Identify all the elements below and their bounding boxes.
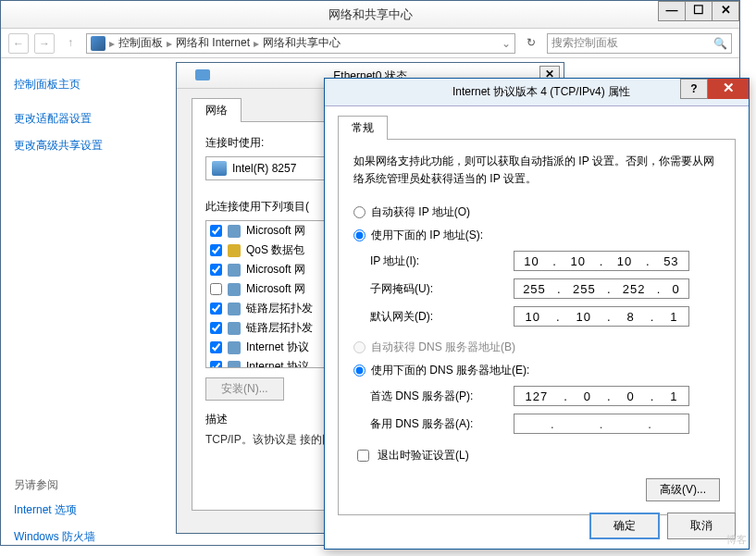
search-input[interactable]: 搜索控制面板 🔍 [547, 33, 732, 54]
tab-network[interactable]: 网络 [192, 98, 242, 122]
breadcrumb[interactable]: ▸ 控制面板 ▸ 网络和 Internet ▸ 网络和共享中心 ⌄ [86, 33, 515, 54]
ip-close-button[interactable]: ✕ [708, 79, 749, 99]
dns2-input[interactable]: . . . [514, 414, 689, 434]
radio-auto-dns: 自动获得 DNS 服务器地址(B) [353, 340, 720, 355]
main-titlebar: 网络和共享中心 — ☐ ✕ [1, 1, 739, 29]
dns1-label: 首选 DNS 服务器(P): [370, 389, 514, 404]
close-button[interactable]: ✕ [712, 1, 739, 21]
tab-general[interactable]: 常规 [338, 116, 388, 140]
protocol-icon [228, 341, 241, 354]
ip-address-input[interactable]: 10. 10. 10. 53 [514, 251, 689, 271]
protocol-icon [228, 225, 241, 238]
network-adapter-icon [195, 68, 210, 82]
sidebar-link-adapter[interactable]: 更改适配器设置 [14, 111, 145, 127]
subnet-mask-input[interactable]: 255.255.252. 0 [514, 278, 689, 299]
nav-back-icon[interactable]: ← [8, 33, 29, 54]
gateway-label: 默认网关(D): [370, 309, 514, 325]
sidebar-see-also-label: 另请参阅 [14, 477, 145, 493]
sidebar-link-sharing[interactable]: 更改高级共享设置 [14, 138, 145, 154]
ip-address-label: IP 地址(I): [370, 253, 514, 269]
sidebar-link-firewall[interactable]: Windows 防火墙 [14, 529, 145, 545]
cancel-button[interactable]: 取消 [667, 513, 736, 539]
validate-checkbox[interactable] [357, 450, 369, 462]
sidebar-heading[interactable]: 控制面板主页 [14, 77, 145, 93]
maximize-button[interactable]: ☐ [685, 1, 713, 21]
sidebar: 控制面板主页 更改适配器设置 更改高级共享设置 另请参阅 Internet 选项… [1, 58, 158, 545]
radio-manual-ip[interactable]: 使用下面的 IP 地址(S): [353, 228, 720, 243]
protocol-icon [228, 283, 241, 296]
subnet-mask-label: 子网掩码(U): [370, 281, 514, 297]
protocol-icon [228, 322, 241, 335]
radio-manual-dns[interactable]: 使用下面的 DNS 服务器地址(E): [353, 363, 720, 378]
search-placeholder: 搜索控制面板 [552, 35, 618, 51]
ip-titlebar: Internet 协议版本 4 (TCP/IPv4) 属性 ? ✕ [325, 79, 749, 106]
install-button[interactable]: 安装(N)... [205, 377, 284, 401]
protocol-icon [228, 361, 241, 369]
breadcrumb-icon [91, 36, 105, 51]
protocol-icon [228, 244, 241, 257]
advanced-button[interactable]: 高级(V)... [646, 478, 720, 501]
refresh-icon[interactable]: ↻ [521, 33, 541, 54]
ok-button[interactable]: 确定 [589, 513, 660, 539]
breadcrumb-item[interactable]: 网络和 Internet [176, 35, 250, 51]
search-icon: 🔍 [713, 37, 727, 50]
help-button[interactable]: ? [680, 79, 708, 99]
breadcrumb-item[interactable]: 网络和共享中心 [263, 35, 341, 51]
dns1-input[interactable]: 127. 0. 0. 1 [514, 386, 689, 406]
validate-checkbox-row[interactable]: 退出时验证设置(L) [353, 447, 720, 464]
nav-up-icon[interactable]: ↑ [60, 33, 81, 54]
main-title: 网络和共享中心 [1, 6, 739, 23]
adapter-icon [212, 161, 227, 176]
protocol-icon [228, 264, 241, 277]
nav-forward-icon[interactable]: → [34, 33, 55, 54]
radio-auto-ip[interactable]: 自动获得 IP 地址(O) [353, 204, 720, 220]
gateway-input[interactable]: 10. 10. 8. 1 [514, 306, 689, 327]
navbar: ← → ↑ ▸ 控制面板 ▸ 网络和 Internet ▸ 网络和共享中心 ⌄ … [1, 29, 739, 58]
sidebar-link-internet-options[interactable]: Internet 选项 [14, 502, 145, 518]
minimize-button[interactable]: — [658, 1, 686, 21]
adapter-name: Intel(R) 8257 [232, 162, 296, 175]
breadcrumb-item[interactable]: 控制面板 [118, 35, 163, 51]
svg-rect-0 [195, 69, 210, 80]
dns2-label: 备用 DNS 服务器(A): [370, 416, 514, 432]
info-text: 如果网络支持此功能，则可以获取自动指派的 IP 设置。否则，你需要从网络系统管理… [353, 153, 720, 188]
protocol-icon [228, 303, 241, 315]
ipv4-properties-dialog: Internet 协议版本 4 (TCP/IPv4) 属性 ? ✕ 常规 如果网… [324, 78, 750, 550]
